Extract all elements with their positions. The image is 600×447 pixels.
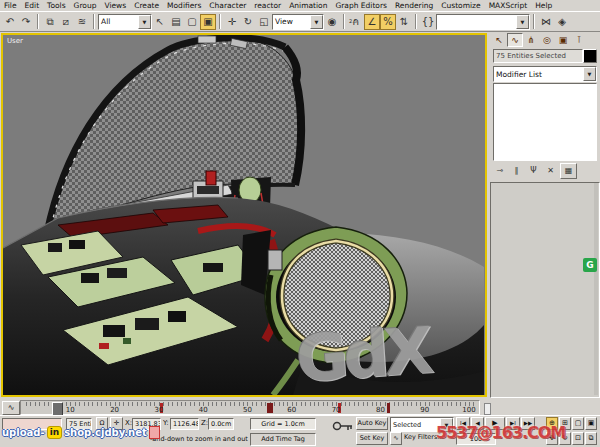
menu-item-create[interactable]: Create [130, 1, 163, 10]
viewport-3d-scene[interactable] [3, 35, 485, 395]
ruler-tick-40: 40 [199, 406, 208, 414]
ruler-tick-70: 70 [332, 406, 341, 414]
rollout-scrollbar[interactable] [594, 183, 598, 395]
min-max-toggle-icon[interactable]: ⧉ [585, 432, 597, 445]
key-mode-toggle-icon[interactable]: ∿ [390, 432, 402, 445]
zoom-all-icon[interactable]: ⊞ [559, 417, 571, 430]
menu-item-animation[interactable]: Animation [285, 1, 331, 10]
selection-name-field[interactable]: 75 Entities Selected [493, 49, 583, 63]
dropdown-arrow-icon[interactable]: ▼ [583, 67, 596, 81]
menu-item-maxscript[interactable]: MAXScript [485, 1, 532, 10]
key-filters-button[interactable]: Key Filters... [404, 432, 452, 445]
mini-curve-editor-icon[interactable]: ∿ [2, 401, 20, 415]
go-to-end-icon[interactable]: ▶▶ [521, 417, 535, 430]
current-time-field[interactable]: 100 [456, 433, 496, 445]
hierarchy-tab-icon[interactable]: ⋔ [523, 33, 539, 47]
maxscript-mini-listener[interactable] [2, 418, 62, 430]
pin-stack-icon[interactable]: ⊸ [492, 164, 507, 178]
move-icon[interactable]: ✛ [224, 14, 240, 30]
auto-key-button[interactable]: Auto Key [356, 417, 388, 430]
reference-coordinate-dropdown[interactable]: View ▼ [272, 14, 324, 30]
menu-item-character[interactable]: Character [205, 1, 250, 10]
modifier-list-dropdown[interactable]: Modifier List ▼ [493, 66, 597, 82]
spinner-snap-icon[interactable]: ⇅ [396, 14, 412, 30]
viewport-label[interactable]: User [7, 37, 23, 45]
menu-item-graph-editors[interactable]: Graph Editors [331, 1, 391, 10]
menu-item-modifiers[interactable]: Modifiers [163, 1, 205, 10]
ruler-tick-80: 80 [376, 406, 385, 414]
utilities-tab-icon[interactable]: ⊺ [571, 33, 587, 47]
keyframe-marker[interactable] [387, 403, 390, 413]
zoom-icon[interactable]: ⊕ [546, 417, 558, 430]
object-color-swatch[interactable] [583, 49, 597, 63]
arc-rotate-icon[interactable]: ↻ [559, 432, 571, 445]
keyframe-marker[interactable] [267, 403, 273, 413]
time-slider-handle[interactable] [52, 402, 63, 416]
previous-frame-icon[interactable]: ◀ [471, 417, 484, 430]
time-ruler[interactable]: 102030405060708090100 [20, 400, 480, 415]
rotate-icon[interactable]: ↻ [240, 14, 256, 30]
menu-item-help[interactable]: Help [531, 1, 556, 10]
zoom-extents-all-icon[interactable]: ▣ [585, 417, 597, 430]
y-coordinate-field[interactable]: 1126.4859 [170, 418, 199, 430]
create-tab-icon[interactable]: ↖ [491, 33, 507, 47]
bind-spacewarp-icon[interactable]: ≋ [74, 14, 90, 30]
next-frame-icon[interactable]: ▶I [506, 417, 520, 430]
display-tab-icon[interactable]: ▣ [555, 33, 571, 47]
dropdown-arrow-icon[interactable]: ▼ [516, 15, 529, 29]
menu-item-file[interactable]: File [0, 1, 21, 10]
percent-snap-icon[interactable]: % [380, 14, 396, 30]
viewport-user[interactable]: User [1, 33, 487, 397]
keyframe-marker[interactable] [484, 403, 491, 415]
keyboard-shortcut-toggle-icon[interactable]: {} [420, 14, 436, 30]
redo-icon[interactable]: ↷ [18, 14, 34, 30]
menu-item-rendering[interactable]: Rendering [391, 1, 437, 10]
absolute-mode-icon[interactable]: ✛ [110, 417, 123, 430]
menu-item-edit[interactable]: Edit [21, 1, 44, 10]
remove-modifier-icon[interactable]: ✕ [543, 164, 558, 178]
add-time-tag[interactable]: Add Time Tag [250, 433, 316, 446]
set-key-button[interactable]: Set Key [356, 432, 388, 445]
region-zoom-icon[interactable]: ⊡ [572, 432, 584, 445]
align-icon[interactable]: ◈ [554, 14, 570, 30]
select-object-icon[interactable]: ↖ [152, 14, 168, 30]
modify-tab-icon[interactable]: ∿ [507, 33, 523, 47]
selection-lock-icon[interactable]: Ω [96, 417, 108, 430]
scale-icon[interactable]: ◱ [256, 14, 272, 30]
window-crossing-icon[interactable]: ▣ [200, 14, 216, 30]
modifier-stack-buttons: ⊸ ∥ Ψ ✕ ▦ [492, 163, 598, 179]
zoom-extents-icon[interactable]: ▢ [572, 417, 584, 430]
menu-item-tools[interactable]: Tools [43, 1, 69, 10]
select-by-name-icon[interactable]: ▤ [168, 14, 184, 30]
angle-snap-icon[interactable]: ∠ [364, 14, 380, 30]
use-pivot-center-icon[interactable]: ◉ [324, 14, 340, 30]
ruler-tick-30: 30 [154, 406, 163, 414]
configure-modifier-sets-icon[interactable]: ▦ [560, 163, 577, 179]
menu-item-views[interactable]: Views [100, 1, 130, 10]
dropdown-arrow-icon[interactable]: ▼ [138, 15, 151, 29]
toolbar-separator [93, 14, 95, 29]
play-icon[interactable]: ▶ [485, 417, 505, 430]
select-link-icon[interactable]: ⧉ [42, 14, 58, 30]
menu-item-group[interactable]: Group [70, 1, 101, 10]
menu-item-reactor[interactable]: reactor [250, 1, 285, 10]
modifier-stack-list[interactable] [493, 83, 597, 161]
snap-toggle-icon[interactable]: 2.5∩ [348, 14, 364, 30]
dropdown-arrow-icon[interactable]: ▼ [310, 15, 323, 29]
selection-region-icon[interactable]: ▢ [184, 14, 200, 30]
z-coordinate-field[interactable]: 0.0cm [208, 418, 234, 430]
undo-icon[interactable]: ↶ [2, 14, 18, 30]
mirror-icon[interactable]: ⋈ [538, 14, 554, 30]
named-selection-dropdown[interactable]: ▼ [436, 14, 530, 30]
show-end-result-icon[interactable]: ∥ [509, 164, 524, 178]
make-unique-icon[interactable]: Ψ [526, 164, 541, 178]
go-to-start-icon[interactable]: I◀ [456, 417, 470, 430]
menu-item-customize[interactable]: Customize [437, 1, 484, 10]
key-mode-dropdown[interactable]: Selected ▼ [390, 417, 454, 432]
motion-tab-icon[interactable]: ◎ [539, 33, 555, 47]
dropdown-arrow-icon[interactable]: ▼ [440, 418, 453, 432]
selection-filter-dropdown[interactable]: All ▼ [98, 14, 152, 30]
x-coordinate-field[interactable]: 3181.8345 [132, 418, 161, 430]
pan-icon[interactable]: ✥ [546, 432, 558, 445]
unlink-icon[interactable]: ⧄ [58, 14, 74, 30]
